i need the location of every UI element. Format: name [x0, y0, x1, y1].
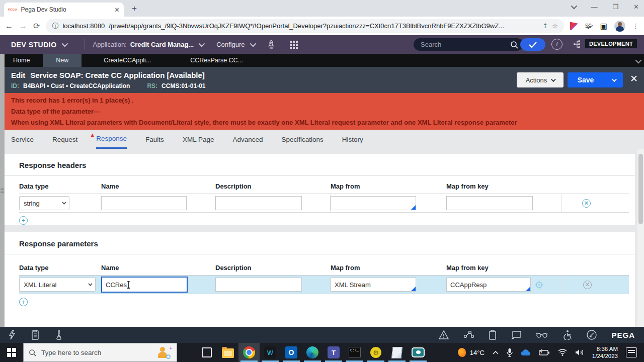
chrome-button[interactable] [238, 343, 260, 362]
tab-home[interactable]: Home [0, 54, 43, 67]
name-input-focused[interactable]: CCRes [101, 277, 188, 293]
map-from-input[interactable] [331, 196, 416, 210]
taskbar-clock[interactable]: 8:36 AM 1/24/2023 [592, 345, 618, 359]
app-grid-icon[interactable] [290, 41, 298, 49]
edge-button[interactable] [302, 343, 323, 362]
extensions-puzzle-icon[interactable]: 🧩︎ [585, 22, 593, 31]
file-explorer-button[interactable] [217, 343, 238, 362]
application-name[interactable]: Credit Card Manag... [130, 41, 194, 48]
tray-expand-icon[interactable] [493, 350, 499, 354]
lightning-icon[interactable] [8, 330, 16, 340]
url-bar[interactable]: ⓘ localhost:8080 /prweb/app/grants_/9lQ-… [46, 19, 564, 33]
close-record-icon[interactable]: ✕ [630, 74, 638, 83]
notepad-button[interactable] [386, 343, 408, 362]
wifi-icon[interactable] [558, 349, 567, 356]
validate-check-button[interactable] [520, 38, 545, 51]
scrollbar-thumb[interactable] [638, 154, 643, 224]
window-restore-button[interactable]: ❐ [612, 3, 618, 11]
error-banner: This record has 1 error(s) in 1 place(s)… [5, 93, 644, 130]
target-icon[interactable] [535, 281, 543, 289]
tab-ccresparse[interactable]: CCResParse CC... [177, 54, 256, 67]
hierarchy-icon[interactable] [573, 39, 583, 49]
live-ui-icon[interactable] [511, 330, 522, 340]
tab-specifications[interactable]: Specifications [281, 131, 323, 148]
add-row-icon[interactable]: + [19, 216, 28, 225]
data-type-select[interactable]: XML Literal [19, 278, 96, 292]
chevron-down-icon[interactable] [199, 41, 205, 47]
task-view-button[interactable] [196, 343, 217, 362]
site-info-icon[interactable]: ⓘ [52, 22, 58, 31]
notification-center-icon[interactable] [626, 347, 637, 357]
battery-icon[interactable] [539, 349, 550, 356]
rocket-icon[interactable] [267, 40, 276, 50]
microphone-icon[interactable] [507, 348, 513, 357]
chevron-down-icon[interactable] [250, 41, 256, 47]
tab-service[interactable]: Service [11, 131, 34, 148]
map-from-key-input[interactable]: CCAppResp [446, 278, 531, 292]
accessibility-icon[interactable] [562, 330, 572, 340]
info-icon[interactable]: i [551, 39, 562, 50]
configure-menu[interactable]: Configure [216, 41, 245, 48]
weather-widget[interactable]: 14°C [458, 348, 485, 357]
window-minimize-button[interactable]: — [591, 3, 597, 11]
terminal-button[interactable]: C:\_ [344, 343, 365, 362]
bookmark-star-icon[interactable]: ☆ [552, 22, 558, 30]
share-icon[interactable]: ↥ [542, 22, 548, 30]
dev-studio-brand[interactable]: DEV STUDIO [11, 41, 57, 49]
recorder-button[interactable] [408, 343, 429, 362]
browser-profile-avatar[interactable] [614, 21, 625, 32]
save-dropdown-button[interactable] [604, 72, 623, 87]
webex-button[interactable] [260, 343, 281, 362]
back-icon[interactable]: ← [5, 22, 13, 31]
delete-row-icon[interactable]: ✕ [583, 281, 592, 289]
ruleset-glasses-icon[interactable] [536, 330, 548, 340]
clipboard-list-icon[interactable] [31, 330, 39, 340]
tab-overflow-chevron-icon[interactable] [635, 58, 640, 65]
actions-button[interactable]: Actions [517, 72, 564, 87]
extension-flag-icon[interactable] [570, 22, 578, 30]
browser-menu-icon[interactable]: ⋮ [632, 22, 639, 30]
tab-history[interactable]: History [342, 131, 363, 148]
clipboard-icon[interactable] [489, 330, 497, 340]
new-tab-button[interactable]: + [132, 4, 137, 14]
tab-new[interactable]: New [43, 54, 82, 67]
tracer-icon[interactable] [463, 330, 474, 340]
tab-createccapplication[interactable]: CreateCCAppli... [91, 54, 164, 67]
browser-tab[interactable]: PEGA Pega Dev Studio ✕ [4, 3, 124, 17]
extension-square-icon[interactable]: ▣ [600, 22, 607, 31]
performance-gauge-icon[interactable] [586, 329, 597, 340]
map-from-input[interactable]: XML Stream [331, 278, 416, 292]
tab-xml-page[interactable]: XML Page [183, 131, 214, 148]
search-highlights-icon[interactable]: ✦ [156, 347, 170, 359]
refresh-icon[interactable]: ⟳ [33, 21, 40, 31]
description-input[interactable] [215, 196, 302, 210]
name-input[interactable] [101, 196, 187, 210]
tab-faults[interactable]: Faults [145, 131, 164, 148]
add-row-icon[interactable]: + [19, 298, 28, 306]
splitter-handle-icon[interactable] [1, 189, 4, 193]
data-type-select[interactable]: string [19, 196, 69, 210]
tab-search-icon[interactable] [571, 3, 578, 10]
tab-request[interactable]: Request [52, 131, 77, 148]
onedrive-icon[interactable] [521, 349, 531, 356]
tab-response[interactable]: ▲Response [96, 130, 127, 149]
alerts-icon[interactable] [438, 330, 449, 340]
search-input[interactable]: Search [414, 38, 523, 51]
window-close-button[interactable]: ✕ [633, 3, 639, 11]
outlook-button[interactable] [281, 343, 302, 362]
chevron-down-icon[interactable] [61, 41, 68, 47]
tab-advanced[interactable]: Advanced [232, 131, 263, 148]
map-from-key-input[interactable] [446, 196, 533, 210]
volume-icon[interactable] [575, 349, 584, 356]
scrollbar[interactable] [637, 149, 644, 327]
settings-app-button[interactable] [365, 343, 386, 362]
delete-row-icon[interactable]: ✕ [582, 199, 591, 208]
tab-close-icon[interactable]: ✕ [114, 6, 120, 14]
left-splitter-rail[interactable] [0, 54, 5, 327]
taskbar-search-input[interactable]: Type here to search ✦ [23, 343, 177, 362]
save-button[interactable]: Save [568, 72, 604, 87]
start-button[interactable] [0, 343, 23, 362]
teams-button[interactable] [323, 343, 344, 362]
description-input[interactable] [215, 278, 302, 292]
flask-icon[interactable] [54, 330, 63, 340]
